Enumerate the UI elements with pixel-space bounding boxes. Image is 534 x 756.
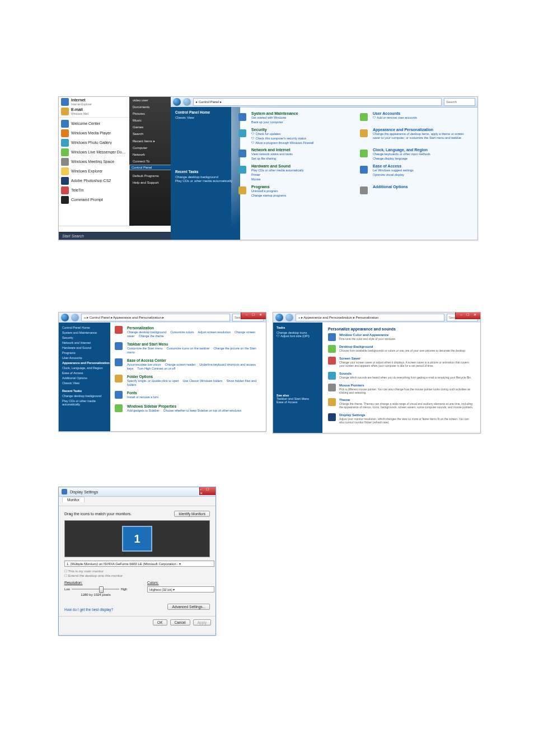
cp-category-net[interactable]: Network and InternetView network status …: [237, 148, 350, 161]
cp-category-title[interactable]: Hardware and Sound: [251, 164, 304, 168]
cp-category-clk[interactable]: Clock, Language, and RegionChange keyboa…: [358, 148, 472, 161]
pz-item-title[interactable]: Mouse Pointers: [339, 384, 475, 387]
start-right-computer[interactable]: Computer: [129, 144, 171, 151]
help-link[interactable]: How do I get the best display?: [64, 608, 113, 612]
breadcrumb[interactable]: ▸ Control Panel ▸: [193, 98, 442, 106]
see-also-link[interactable]: Ease of Access: [277, 400, 326, 404]
start-item-windows-live-messenger-download[interactable]: Windows Live Messenger Download: [59, 147, 129, 157]
start-item-e-mail[interactable]: E-mailWindows Mail: [59, 106, 129, 116]
ap-item-title[interactable]: Ease of Access Center: [127, 358, 261, 362]
colors-select[interactable]: Highest (32 bit) ▾: [147, 586, 214, 592]
start-item-teletin[interactable]: TeleTin: [59, 185, 129, 195]
start-item-welcome-center[interactable]: Welcome Center: [59, 117, 129, 128]
advanced-settings-button[interactable]: Advanced Settings...: [167, 604, 210, 610]
start-right-search[interactable]: Search: [129, 130, 171, 137]
cp-category-title[interactable]: Ease of Access: [373, 164, 414, 168]
pz-item-title[interactable]: Window Color and Appearance: [339, 333, 396, 337]
start-item-command-prompt[interactable]: Command Prompt: [59, 195, 129, 204]
cp-subtask-link[interactable]: 🛡 Check for updates: [251, 132, 313, 136]
side-link[interactable]: Hardware and Sound: [62, 346, 114, 349]
ap-item-title[interactable]: Taskbar and Start Menu: [127, 342, 261, 346]
cp-subtask-link[interactable]: View network status and tasks: [251, 152, 293, 156]
cp-subtask-link[interactable]: Change keyboards or other input methods: [373, 152, 430, 156]
start-item-windows-photo-gallery[interactable]: Windows Photo Gallery: [59, 138, 129, 147]
cp-category-title[interactable]: Clock, Language, and Region: [373, 148, 430, 152]
cp-category-ease[interactable]: Ease of AccessLet Windows suggest settin…: [358, 164, 472, 181]
ap-link[interactable]: Use Classic Windows folders: [183, 379, 223, 382]
pz-item-title[interactable]: Screen Saver: [339, 357, 475, 360]
recent-task-link[interactable]: Play CDs or other media automatically: [62, 399, 114, 406]
cp-subtask-link[interactable]: Optimize visual display: [373, 173, 414, 177]
side-link[interactable]: Appearance and Personalization: [62, 361, 114, 365]
ap-link[interactable]: Customize colors: [170, 330, 194, 334]
resolution-slider[interactable]: Low High: [64, 586, 127, 592]
ap-link[interactable]: Change screen reader: [165, 363, 195, 366]
cp-subtask-link[interactable]: Let Windows suggest settings: [373, 169, 414, 172]
side-link[interactable]: Ease of Access: [62, 371, 114, 375]
cp-category-appr[interactable]: Appearance and PersonalizationChange the…: [358, 128, 472, 145]
side-link[interactable]: Clock, Language, and Region: [62, 366, 114, 370]
window-controls[interactable]: [455, 312, 480, 319]
side-link[interactable]: Network and Internet: [62, 341, 114, 344]
ap-item-title[interactable]: Folder Options: [127, 375, 261, 379]
cp-category-title[interactable]: Network and Internet: [251, 148, 293, 152]
ok-button[interactable]: OK: [153, 619, 167, 626]
start-item-adobe-photoshop-cs2[interactable]: Adobe Photoshop CS2: [59, 176, 129, 185]
cp-category-sys[interactable]: System and MaintenanceGet started with W…: [237, 111, 350, 124]
recent-task-link[interactable]: Play CDs or other media automatically: [175, 179, 236, 183]
ap-link[interactable]: Change desktop background: [127, 330, 166, 334]
ap-link[interactable]: Add gadgets to Sidebar: [127, 409, 160, 412]
cp-category-title[interactable]: Security: [251, 128, 313, 132]
ap-link[interactable]: Customize the Start menu: [127, 347, 163, 350]
start-right-connect-to[interactable]: Connect To: [129, 158, 171, 165]
monitor-select[interactable]: 1. (Multiple Monitors) on NVIDIA GeForce…: [64, 561, 214, 567]
cp-category-hw[interactable]: Hardware and SoundPlay CDs or other medi…: [237, 164, 350, 181]
start-item-windows-explorer[interactable]: Windows Explorer: [59, 166, 129, 176]
cp-home-link[interactable]: Control Panel Home: [175, 110, 236, 114]
cp-category-title[interactable]: System and Maintenance: [251, 111, 298, 115]
recent-task-link[interactable]: Change desktop background: [62, 394, 114, 398]
forward-button[interactable]: [285, 314, 293, 321]
monitor-1-icon[interactable]: 1: [122, 526, 152, 552]
start-right-games[interactable]: Games: [129, 124, 171, 130]
cp-subtask-link[interactable]: Change display language: [373, 157, 430, 161]
cp-category-sec[interactable]: Security🛡 Check for updates🛡 Check this …: [237, 128, 350, 145]
task-link[interactable]: 🛡 Adjust font size (DPI): [277, 334, 326, 338]
forward-button[interactable]: [71, 314, 79, 321]
start-right-help-and-support[interactable]: Help and Support: [129, 179, 171, 186]
ap-link[interactable]: Turn High Contrast on or off: [137, 367, 175, 370]
tab-monitor[interactable]: Monitor: [62, 497, 85, 502]
identify-monitors-button[interactable]: Identify Monitors: [174, 511, 210, 517]
cp-category-title[interactable]: Appearance and Personalization: [373, 128, 472, 132]
breadcrumb[interactable]: « ▸ Control Panel ▸ Appearance and Perso…: [81, 314, 230, 321]
cp-subtask-link[interactable]: Set up file sharing: [251, 157, 293, 161]
ap-link[interactable]: Customize icons on the taskbar: [167, 347, 210, 350]
pz-item-title[interactable]: Desktop Background: [339, 345, 466, 348]
cp-category-addl[interactable]: Additional Options: [358, 185, 472, 198]
side-link[interactable]: Control Panel Home: [62, 326, 114, 329]
start-right-control-panel[interactable]: Control Panel: [129, 165, 175, 170]
start-right-video-user[interactable]: video user: [129, 97, 171, 104]
side-link[interactable]: Programs: [62, 351, 114, 354]
back-button[interactable]: [173, 98, 181, 106]
start-right-recent-items-[interactable]: Recent Items ▸: [129, 137, 171, 144]
cp-subtask-link[interactable]: Back up your computer: [251, 120, 298, 124]
ap-link[interactable]: Choose whether to keep Sidebar on top of…: [163, 409, 241, 412]
breadcrumb[interactable]: « ▸ Appearance and Personalization ▸ Per…: [296, 314, 444, 321]
cp-subtask-link[interactable]: Change the appearance of desktop items, …: [373, 132, 472, 140]
forward-button[interactable]: [183, 98, 191, 106]
start-right-pictures[interactable]: Pictures: [129, 110, 171, 117]
cp-category-title[interactable]: Additional Options: [373, 185, 408, 189]
back-button[interactable]: [275, 314, 283, 321]
search-input[interactable]: Search: [444, 98, 475, 106]
cp-subtask-link[interactable]: Play CDs or other media automatically: [251, 169, 304, 172]
slider-thumb[interactable]: [99, 586, 104, 593]
start-right-documents[interactable]: Documents: [129, 104, 171, 110]
cp-subtask-link[interactable]: Printer: [251, 173, 304, 177]
pz-item-title[interactable]: Sounds: [339, 372, 472, 375]
ap-link[interactable]: Adjust screen resolution: [198, 330, 231, 334]
ap-item-title[interactable]: Windows Sidebar Properties: [127, 404, 244, 408]
pz-item-title[interactable]: Display Settings: [339, 413, 475, 417]
cancel-button[interactable]: Cancel: [170, 619, 190, 626]
side-link[interactable]: System and Maintenance: [62, 331, 114, 334]
